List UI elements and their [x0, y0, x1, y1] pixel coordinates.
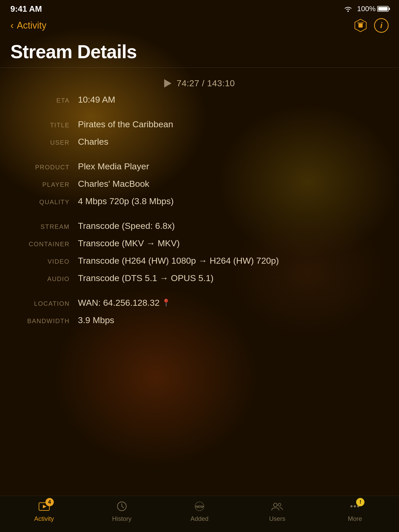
info-button[interactable]: i [374, 18, 389, 33]
back-chevron-icon: ‹ [10, 20, 14, 31]
product-label: PRODUCT [16, 164, 78, 171]
detail-section: 74:27 / 143:10 ETA 10:49 AM TITLE Pirate… [0, 78, 399, 325]
play-icon [164, 79, 171, 88]
added-icon: NEW [194, 501, 205, 512]
status-bar: 9:41 AM 100% [0, 0, 399, 16]
status-right: 100% [343, 5, 389, 13]
svg-point-0 [348, 11, 349, 12]
tab-added[interactable]: NEW Added [161, 501, 238, 522]
stream-row: STREAM Transcode (Speed: 6.8x) [16, 221, 383, 231]
location-value: WAN: 64.256.128.32 📍 [78, 298, 171, 308]
added-label: Added [190, 515, 208, 522]
page-title-section: Stream Details [0, 37, 399, 68]
location-pin-icon: 📍 [162, 298, 171, 307]
svg-point-12 [354, 505, 356, 507]
stream-label: STREAM [16, 223, 78, 230]
product-row: PRODUCT Plex Media Player [16, 161, 383, 171]
title-value: Pirates of the Caribbean [78, 119, 173, 129]
history-label: History [112, 515, 131, 522]
svg-marker-5 [43, 505, 46, 508]
battery-icon [377, 6, 389, 12]
progress-row: 74:27 / 143:10 [16, 78, 383, 88]
container-label: CONTAINER [16, 241, 78, 248]
svg-point-10 [278, 503, 281, 506]
activity-badge: 4 [45, 498, 54, 506]
nav-bar: ‹ Activity STOP i [0, 16, 399, 37]
quality-label: QUALITY [16, 198, 78, 206]
audio-label: AUDIO [16, 275, 78, 283]
stream-value: Transcode (Speed: 6.8x) [78, 221, 175, 231]
activity-label: Activity [34, 515, 54, 522]
user-label: USER [16, 139, 78, 146]
eta-row: ETA 10:49 AM [16, 95, 383, 105]
history-icon [116, 501, 128, 512]
users-label: Users [269, 515, 285, 522]
title-row: TITLE Pirates of the Caribbean [16, 119, 383, 129]
user-value: Charles [78, 137, 108, 147]
quality-value: 4 Mbps 720p (3.8 Mbps) [78, 196, 174, 206]
users-icon [271, 501, 283, 512]
quality-row: QUALITY 4 Mbps 720p (3.8 Mbps) [16, 196, 383, 206]
stop-button[interactable]: STOP [353, 18, 368, 33]
bandwidth-value: 3.9 Mbps [78, 315, 114, 325]
bandwidth-row: BANDWIDTH 3.9 Mbps [16, 315, 383, 325]
more-badge: ! [356, 498, 364, 506]
audio-value: Transcode (DTS 5.1 → OPUS 5.1) [78, 273, 214, 283]
progress-time: 74:27 / 143:10 [177, 78, 235, 88]
back-label: Activity [17, 20, 46, 31]
battery-container: 100% [357, 5, 389, 13]
svg-text:NEW: NEW [196, 505, 204, 509]
tab-added-icon-wrap: NEW [194, 501, 205, 513]
more-label: More [348, 515, 362, 522]
location-row: LOCATION WAN: 64.256.128.32 📍 [16, 298, 383, 308]
tab-more[interactable]: ! More [316, 501, 394, 522]
video-value: Transcode (H264 (HW) 1080p → H264 (HW) 7… [78, 256, 279, 266]
wifi-icon [343, 5, 353, 12]
container-value: Transcode (MKV → MKV) [78, 238, 180, 248]
container-row: CONTAINER Transcode (MKV → MKV) [16, 238, 383, 248]
page-title: Stream Details [10, 41, 389, 62]
tab-history-icon-wrap [116, 501, 128, 513]
location-label: LOCATION [16, 300, 78, 307]
back-button[interactable]: ‹ Activity [10, 20, 46, 31]
nav-actions: STOP i [353, 18, 389, 33]
battery-text: 100% [357, 5, 376, 13]
tab-activity[interactable]: 4 Activity [5, 501, 83, 522]
video-label: VIDEO [16, 258, 78, 265]
player-label: PLAYER [16, 181, 78, 188]
svg-point-9 [274, 503, 277, 507]
player-value: Charles' MacBook [78, 179, 149, 189]
svg-point-11 [350, 505, 353, 507]
tab-users[interactable]: Users [238, 501, 316, 522]
tab-history[interactable]: History [83, 501, 161, 522]
audio-row: AUDIO Transcode (DTS 5.1 → OPUS 5.1) [16, 273, 383, 283]
svg-text:STOP: STOP [357, 22, 364, 24]
video-row: VIDEO Transcode (H264 (HW) 1080p → H264 … [16, 256, 383, 266]
tab-more-icon-wrap: ! [349, 501, 361, 513]
info-icon: i [380, 21, 382, 30]
bandwidth-label: BANDWIDTH [16, 317, 78, 325]
main-content: 74:27 / 143:10 ETA 10:49 AM TITLE Pirate… [0, 68, 399, 496]
player-row: PLAYER Charles' MacBook [16, 179, 383, 189]
eta-label: ETA [16, 97, 78, 104]
tab-users-icon-wrap [271, 501, 283, 513]
user-row: USER Charles [16, 137, 383, 147]
product-value: Plex Media Player [78, 161, 149, 171]
status-time: 9:41 AM [10, 4, 42, 14]
tab-activity-icon-wrap: 4 [38, 501, 50, 513]
title-label: TITLE [16, 122, 78, 129]
eta-value: 10:49 AM [78, 95, 115, 105]
tab-bar: 4 Activity History [0, 496, 399, 532]
